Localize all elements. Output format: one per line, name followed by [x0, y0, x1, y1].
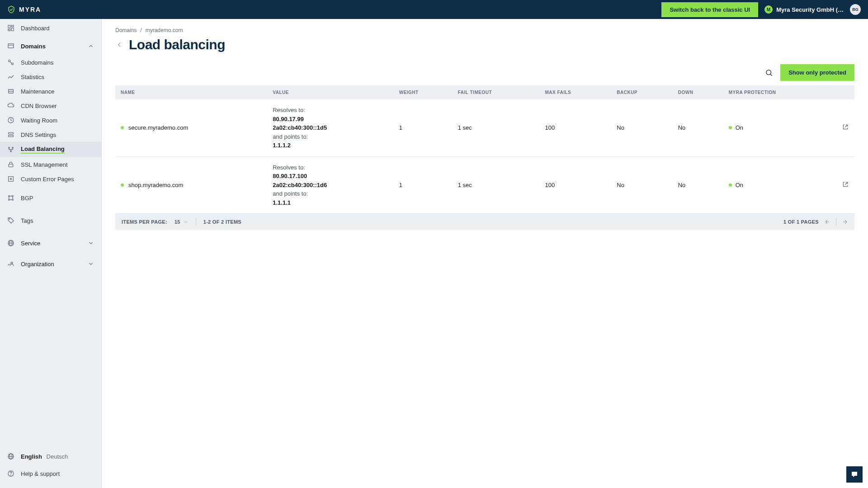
svg-point-23: [9, 199, 10, 201]
sidebar-item-domains[interactable]: Domains: [0, 37, 101, 55]
sidebar-label: Service: [21, 240, 40, 247]
sidebar: Dashboard Domains Subdomains Statistics …: [0, 19, 102, 488]
tags-icon: [7, 217, 14, 224]
svg-rect-1: [11, 25, 14, 27]
sidebar-item-help[interactable]: Help & support: [0, 465, 101, 483]
switch-classic-button[interactable]: Switch back to the classic UI: [661, 2, 758, 17]
org-selector[interactable]: M Myra Security GmbH (…: [764, 5, 844, 14]
svg-rect-4: [8, 44, 14, 48]
sidebar-item-cdn-browser[interactable]: CDN Browser: [0, 99, 101, 113]
sidebar-label: Dashboard: [21, 25, 50, 32]
sidebar-label: Help & support: [21, 470, 60, 477]
sidebar-item-organization[interactable]: Organization: [0, 255, 101, 273]
breadcrumb-sep: /: [140, 27, 142, 33]
sidebar-label: DNS Settings: [21, 131, 56, 138]
load-balancing-table: NAME VALUE WEIGHT FAIL TIMEOUT MAX FAILS…: [115, 85, 854, 214]
sidebar-label: SSL Management: [21, 161, 68, 168]
bgp-icon: [7, 194, 14, 202]
domains-icon: [7, 42, 14, 50]
svg-point-21: [9, 196, 10, 197]
svg-point-38: [11, 475, 11, 475]
sidebar-item-bgp[interactable]: BGP: [0, 189, 101, 207]
svg-point-24: [12, 199, 14, 201]
col-protection: MYRA PROTECTION: [723, 85, 836, 99]
topbar: MYRA Switch back to the classic UI M Myr…: [0, 0, 868, 19]
sidebar-item-statistics[interactable]: Statistics: [0, 70, 101, 84]
sidebar-label: BGP: [21, 195, 33, 202]
status-dot-icon: [121, 126, 124, 129]
items-per-page-select[interactable]: 15: [175, 219, 189, 225]
svg-line-41: [845, 125, 847, 127]
topbar-right: Switch back to the classic UI M Myra Sec…: [661, 2, 861, 17]
sidebar-item-tags[interactable]: Tags: [0, 211, 101, 230]
col-down: DOWN: [673, 85, 723, 99]
sidebar-item-service[interactable]: Service: [0, 234, 101, 252]
pages-info: 1 OF 1 PAGES: [783, 219, 819, 225]
pagination: ITEMS PER PAGE: 15 1-2 OF 2 ITEMS 1 OF 1…: [115, 214, 854, 230]
col-max-fails: MAX FAILS: [539, 85, 611, 99]
shield-icon: [7, 5, 15, 14]
chevron-up-icon: [88, 43, 94, 49]
svg-point-15: [12, 147, 14, 149]
page-title: Load balancing: [129, 37, 225, 52]
globe-icon: [7, 453, 14, 460]
breadcrumb: Domains / myrademo.com: [115, 27, 854, 33]
brand-logo[interactable]: MYRA: [7, 5, 41, 14]
open-icon[interactable]: [842, 123, 849, 131]
sidebar-item-ssl-management[interactable]: SSL Management: [0, 157, 101, 172]
svg-point-22: [12, 196, 14, 197]
sidebar-item-load-balancing[interactable]: Load Balancing: [0, 142, 101, 157]
svg-rect-3: [8, 29, 10, 31]
cdn-icon: [7, 102, 14, 109]
row-weight: 1: [394, 99, 453, 156]
show-only-protected-button[interactable]: Show only protected: [780, 64, 854, 81]
chat-icon: [850, 470, 859, 479]
prev-page-button[interactable]: [824, 219, 830, 225]
breadcrumb-domains[interactable]: Domains: [115, 27, 137, 33]
chat-button[interactable]: [846, 466, 863, 483]
table-row[interactable]: shop.myrademo.com Resolves to: 80.90.17.…: [115, 156, 854, 214]
sidebar-footer: English Deutsch Help & support: [0, 445, 101, 488]
next-page-button[interactable]: [842, 219, 848, 225]
back-button[interactable]: [115, 41, 123, 49]
table-row[interactable]: secure.myrademo.com Resolves to: 80.90.1…: [115, 99, 854, 156]
error-pages-icon: [7, 175, 14, 183]
statistics-icon: [7, 73, 14, 80]
ssl-icon: [7, 161, 14, 168]
status-dot-icon: [729, 183, 732, 187]
sidebar-item-maintenance[interactable]: Maintenance: [0, 84, 101, 99]
svg-rect-12: [9, 132, 14, 134]
org-badge-icon: M: [764, 5, 773, 14]
sidebar-label: Custom Error Pages: [21, 176, 74, 183]
sidebar-item-dns-settings[interactable]: DNS Settings: [0, 127, 101, 142]
row-fail-timeout: 1 sec: [453, 156, 540, 214]
sidebar-label: Tags: [21, 217, 33, 224]
open-icon[interactable]: [842, 181, 849, 188]
row-down: No: [673, 99, 723, 156]
sidebar-label: Maintenance: [21, 88, 54, 95]
search-icon[interactable]: [765, 69, 773, 77]
sidebar-label: Load Balancing: [21, 145, 65, 154]
sidebar-item-custom-error-pages[interactable]: Custom Error Pages: [0, 172, 101, 186]
row-backup: No: [611, 156, 672, 214]
user-avatar[interactable]: BG: [850, 4, 861, 15]
maintenance-icon: [7, 88, 14, 95]
sidebar-label: Waiting Room: [21, 117, 57, 124]
brand-text: MYRA: [19, 6, 41, 13]
language-selector[interactable]: English Deutsch: [0, 448, 101, 465]
lang-english[interactable]: English: [21, 453, 42, 460]
row-value: Resolves to: 80.90.17.99 2a02:cb40:300::…: [273, 106, 388, 150]
svg-rect-17: [9, 164, 13, 167]
sidebar-item-dashboard[interactable]: Dashboard: [0, 19, 101, 37]
svg-rect-0: [8, 25, 10, 28]
sidebar-item-subdomains[interactable]: Subdomains: [0, 55, 101, 70]
svg-line-8: [10, 61, 12, 63]
row-max-fails: 100: [539, 156, 611, 214]
svg-rect-13: [9, 135, 14, 136]
sidebar-item-waiting-room[interactable]: Waiting Room: [0, 113, 101, 127]
sidebar-label: Statistics: [21, 74, 44, 80]
status-dot-icon: [121, 183, 124, 187]
actions-row: Show only protected: [115, 64, 854, 81]
lang-deutsch[interactable]: Deutsch: [47, 453, 68, 460]
col-weight: WEIGHT: [394, 85, 453, 99]
